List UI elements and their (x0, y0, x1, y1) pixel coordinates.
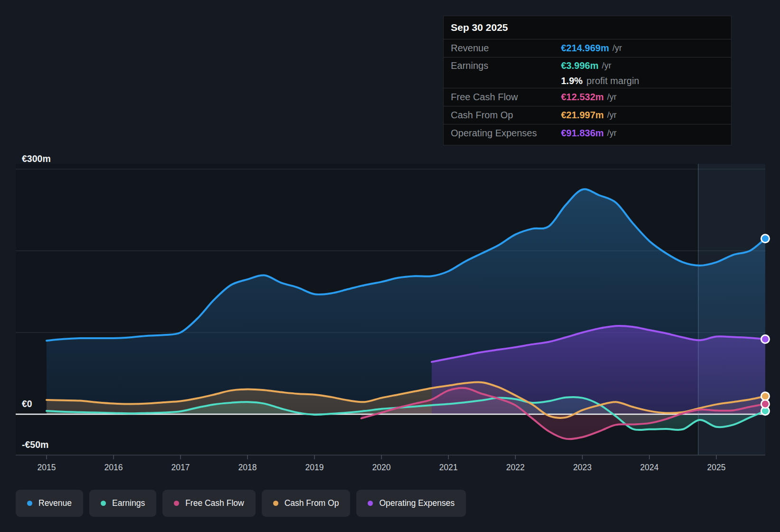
tooltip-date: Sep 30 2025 (444, 16, 731, 39)
legend-item-revenue[interactable]: Revenue (16, 490, 83, 517)
tooltip-row-operating-expenses: Operating Expenses €91.836m /yr (444, 124, 731, 142)
tooltip-value: €3.996m (561, 60, 599, 71)
legend-item-free-cash-flow[interactable]: Free Cash Flow (162, 490, 256, 517)
tooltip-value: €12.532m (561, 92, 604, 103)
x-axis-label: 2023 (573, 463, 592, 472)
legend-item-operating-expenses[interactable]: Operating Expenses (356, 490, 466, 517)
tooltip-label: Free Cash Flow (451, 92, 561, 103)
series-endpoint-free-cash-flow[interactable] (761, 400, 769, 408)
x-axis-label: 2016 (105, 463, 123, 472)
legend-label: Operating Expenses (379, 498, 455, 508)
tooltip-value-suffix: /yr (612, 43, 622, 53)
legend-label: Free Cash Flow (185, 498, 244, 508)
operating-expenses-dot-icon (368, 501, 373, 506)
x-axis-label: 2024 (640, 463, 659, 472)
tooltip-label: Operating Expenses (451, 128, 561, 139)
tooltip-row-earnings: Earnings €3.996m /yr 1.9% profit margin (444, 57, 731, 88)
x-axis-label: 2017 (171, 463, 190, 472)
x-axis-label: 2022 (506, 463, 525, 472)
profit-margin-text: profit margin (587, 76, 639, 86)
tooltip-row-free-cash-flow: Free Cash Flow €12.532m /yr (444, 88, 731, 106)
series-endpoint-revenue[interactable] (761, 235, 769, 243)
tooltip-row-cash-from-op: Cash From Op €21.997m /yr (444, 106, 731, 124)
earnings-dot-icon (101, 501, 106, 506)
chart-tooltip: Sep 30 2025 Revenue €214.969m /yr Earnin… (443, 16, 732, 145)
tooltip-value: €21.997m (561, 110, 604, 121)
legend-label: Cash From Op (285, 498, 339, 508)
legend-label: Revenue (38, 498, 72, 508)
tooltip-label: Earnings (451, 60, 561, 71)
tooltip-row-revenue: Revenue €214.969m /yr (444, 39, 731, 57)
y-axis-label: -€50m (22, 439, 48, 450)
tooltip-value-suffix: /yr (602, 61, 611, 71)
free-cash-flow-dot-icon (174, 501, 179, 506)
x-axis-label: 2025 (707, 463, 726, 472)
x-axis-label: 2015 (38, 463, 56, 472)
tooltip-value: €214.969m (561, 43, 609, 54)
tooltip-label: Cash From Op (451, 110, 561, 121)
x-axis-label: 2018 (238, 463, 257, 472)
legend-label: Earnings (112, 498, 145, 508)
tooltip-value-suffix: /yr (607, 110, 617, 120)
tooltip-value-suffix: /yr (607, 128, 617, 138)
tooltip-value-suffix: /yr (607, 92, 617, 102)
chart-legend: Revenue Earnings Free Cash Flow Cash Fro… (16, 490, 466, 517)
legend-item-earnings[interactable]: Earnings (89, 490, 156, 517)
profit-margin-value: 1.9% (561, 76, 583, 86)
cash-from-op-dot-icon (273, 501, 278, 506)
series-endpoint-operating-expenses[interactable] (761, 335, 769, 343)
y-axis-label: €300m (22, 153, 51, 164)
series-endpoint-cash-from-op[interactable] (761, 392, 769, 400)
x-axis-label: 2019 (305, 463, 324, 472)
x-axis-label: 2021 (439, 463, 458, 472)
tooltip-value: €91.836m (561, 128, 604, 139)
legend-item-cash-from-op[interactable]: Cash From Op (262, 490, 351, 517)
x-axis-label: 2020 (372, 463, 391, 472)
y-axis-label: €0 (22, 399, 32, 409)
tooltip-label: Revenue (451, 43, 561, 54)
revenue-dot-icon (27, 501, 32, 506)
